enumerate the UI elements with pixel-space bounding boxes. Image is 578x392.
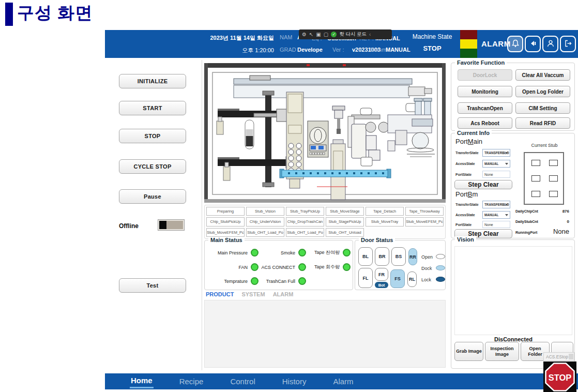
read-rfid-button[interactable]: Read RFID [515,117,570,129]
process-step-grid: Preparing Stub_Vision Stub_TrayPickUp St… [204,205,446,239]
offline-toggle[interactable] [158,220,184,230]
step-cell: Stub_OHT_Load_Po [246,228,284,237]
nav-alarm[interactable]: Alarm [332,375,354,388]
chevron-down-icon [505,204,508,206]
hot-reload-label: 핫 다시 로드 [339,31,367,38]
port-state-label: PortState [455,223,471,227]
access-state-label: AcessState [455,213,475,217]
tab-product[interactable]: PRODUCT [206,291,234,297]
status-label: Smoke [281,250,295,255]
step-cell: Tape_Detach [366,207,404,216]
door-button-bs[interactable]: BS [391,247,406,266]
door-status-title: Door Status [359,237,395,243]
status-led [298,263,306,271]
header-time: 오후 1:20:00 [191,47,274,54]
vertical-divider [202,60,202,370]
monitoring-button[interactable]: Monitoring [458,86,512,97]
nav-recipe[interactable]: Recipe [178,375,205,388]
nav-history[interactable]: History [281,375,308,388]
status-led [251,277,258,285]
door-button-fs[interactable]: FS [390,269,405,288]
title-accent-bar [5,3,13,26]
inspect-icon: ⚙ [302,32,307,37]
collapse-chevron-icon: ‹ [369,32,371,37]
port-state-value-bm: None [482,221,510,228]
grab-image-button[interactable]: Grab Image [454,342,483,361]
header-name-label: NAM [280,34,292,40]
machine-state-value: STOP [404,44,461,52]
cim-setting-button[interactable]: CIM Setting [515,102,570,114]
door-button-br[interactable]: BR [375,247,389,266]
transfer-state-label: TransferState [455,151,479,155]
access-state-select-bm[interactable]: MANUAL [482,211,510,219]
tab-alarm[interactable]: ALARM [273,291,294,297]
frame-icon: ▣ [316,32,321,37]
stub-slot [549,191,558,197]
header-grade-label: GRAD [280,47,296,53]
status-led [298,277,306,285]
tower-light-green [460,49,477,58]
door-button-fr[interactable]: FR [375,268,388,281]
transfer-state-select[interactable]: TRANSFERBLO [482,149,510,157]
start-button[interactable]: START [119,101,186,115]
initialize-button[interactable]: INITIALIZE [119,74,186,88]
bell-icon [511,39,520,49]
stop-button[interactable]: STOP [119,129,186,143]
clear-all-vaccum-button[interactable]: Clear All Vaccum [515,69,570,81]
running-port-label: RunningPort [515,231,537,234]
estop-sign[interactable]: STOP [543,361,576,392]
machine-state-label: Machine State [404,33,461,40]
door-status-panel: Door Status BL BR BS RR FL FR Bot FS RL … [355,240,446,290]
status-label: Temprature [224,279,248,284]
status-led [251,249,258,257]
nav-home[interactable]: Home [130,374,154,388]
step-cell: Chip_StubPickUp [206,217,245,226]
door-button-fl[interactable]: FL [358,268,373,288]
acs-estop-tooltip: ACS.EStop [543,352,574,361]
stop-sign-label: STOP [549,373,572,382]
step-clear-button-main[interactable]: Step Clear [454,180,512,189]
inspection-image-button[interactable]: Inspection Image [485,342,519,361]
step-cell: Tape_ThrowAway [405,207,444,216]
logout-icon [564,39,573,49]
doorlock-button[interactable]: DoorLock [458,69,512,81]
bottom-nav-bar: Home Recipe Control History Alarm [105,373,578,389]
step-cell: Stub_MoveEFEM_Pc [206,228,245,237]
status-led [343,249,351,257]
status-label: Tape 잔여량 [314,249,340,256]
check-icon: ✓ [331,32,337,37]
door-button-bl[interactable]: BL [358,247,373,266]
step-cell: Stub_OHT_Unload [326,228,364,237]
access-state-select[interactable]: MANUAL [482,160,510,168]
acs-reboot-button[interactable]: Acs Reboot [458,117,512,129]
chevron-down-icon [505,214,508,216]
alarm-label: ALARM [481,39,511,48]
transfer-state-select-bm[interactable]: TRANSFERBLO [482,201,510,208]
current-info-panel: Current Info PortMain TransferState TRAN… [451,133,575,238]
sound-button[interactable] [525,36,541,52]
test-button[interactable]: Test [119,278,186,293]
step-cell: Stub_Vision [246,207,284,216]
pause-button[interactable]: Pause [119,189,186,204]
user-button[interactable] [542,36,558,52]
door-button-rr[interactable]: RR [408,248,417,265]
bot-badge: Bot [375,282,388,288]
vision-panel: Vision DisConnected Grab Image Inspectio… [451,239,575,369]
status-led [298,249,306,257]
logout-button[interactable] [560,36,576,52]
open-log-folder-button[interactable]: Open Log Folder [515,86,570,97]
daily-stub-count-label: DailyStubCnt [515,220,538,223]
toggle-knob [159,221,166,229]
main-screen: 구성 화면 2023년 11월 14일 화요일 NAM Admin Eq : C… [0,0,578,392]
nav-control[interactable]: Control [229,375,256,388]
tab-system[interactable]: SYSTEM [241,291,265,297]
product-log-area[interactable] [204,300,446,368]
chevron-down-icon [505,152,508,154]
machine-diagram [204,63,446,203]
alarm-bell-button[interactable] [507,36,523,52]
debug-toolbar-overlay[interactable]: ⚙ ↖ ▣ ▢ ✓ 핫 다시 로드 ‹ [299,29,392,39]
cycle-stop-button[interactable]: CYCLE STOP [119,159,186,174]
door-button-rl[interactable]: RL [407,272,417,287]
step-cell: Stub_MoveStage [326,207,364,216]
trashcan-open-button[interactable]: TrashcanOpen [458,102,512,114]
